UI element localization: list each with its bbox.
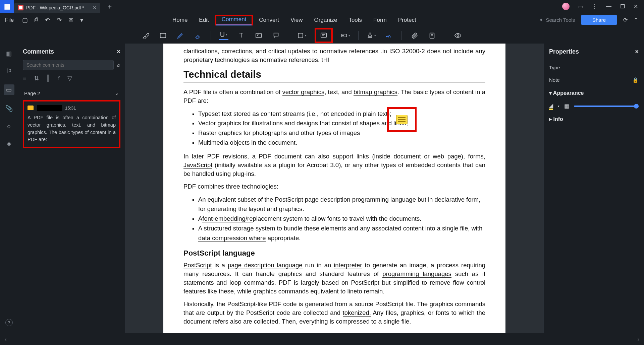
opacity-slider[interactable] bbox=[574, 106, 639, 107]
search-comments-input[interactable] bbox=[23, 60, 114, 70]
heading-technical: Technical details bbox=[183, 69, 485, 80]
stamp-tool-icon[interactable] bbox=[341, 31, 350, 40]
area-highlight-icon[interactable] bbox=[158, 31, 168, 40]
comments-panel: Comments × ⌕ ≡ ⇅ ║ ⟟ ▽ Page 2 ⌄ 15:31 A … bbox=[18, 44, 125, 333]
note-annotation[interactable] bbox=[387, 107, 417, 132]
layers-rail-icon[interactable]: ◈ bbox=[5, 139, 13, 147]
redo-icon[interactable]: ↷ bbox=[57, 16, 62, 24]
menu-tools[interactable]: Tools bbox=[343, 15, 367, 25]
shape-tool-icon[interactable] bbox=[297, 31, 307, 40]
collapse-right-icon[interactable]: › bbox=[638, 336, 639, 342]
stamp2-tool-icon[interactable] bbox=[367, 31, 376, 40]
list-item: Raster graphics for photographs and othe… bbox=[192, 128, 485, 138]
sort-icon[interactable]: ≡ bbox=[23, 75, 26, 82]
thumbnails-icon[interactable]: ▥ bbox=[5, 50, 13, 58]
note-label: Note bbox=[549, 77, 560, 83]
nav-strip: ‹ › bbox=[0, 333, 644, 345]
search-icon[interactable]: ⌕ bbox=[117, 62, 120, 68]
undo-icon[interactable]: ↶ bbox=[45, 16, 50, 24]
help-icon[interactable]: ? bbox=[5, 319, 13, 326]
share-button[interactable]: Share bbox=[581, 15, 617, 25]
pencil-tool-icon[interactable] bbox=[176, 31, 185, 40]
svg-rect-2 bbox=[274, 33, 278, 36]
eraser-tool-icon[interactable] bbox=[193, 31, 203, 40]
menu-organize[interactable]: Organize bbox=[309, 15, 342, 25]
menu-home[interactable]: Home bbox=[167, 15, 193, 25]
bookmarks-icon[interactable]: ⚐ bbox=[5, 67, 13, 75]
list-item: An equivalent subset of the PostScript p… bbox=[192, 195, 485, 214]
lock-icon[interactable]: 🔒 bbox=[632, 77, 639, 83]
svg-point-6 bbox=[342, 35, 343, 36]
info-section[interactable]: ▸ Info bbox=[549, 113, 639, 126]
menu-form[interactable]: Form bbox=[368, 15, 392, 25]
opacity-icon[interactable]: ▦ bbox=[564, 103, 569, 109]
close-panel-icon[interactable]: × bbox=[117, 48, 120, 55]
attachments-rail-icon[interactable]: 📎 bbox=[5, 105, 13, 113]
menu-view[interactable]: View bbox=[285, 15, 308, 25]
filter3-icon[interactable]: ⟟ bbox=[58, 75, 60, 82]
comments-page-header[interactable]: Page 2 ⌄ bbox=[23, 88, 120, 98]
svg-rect-3 bbox=[298, 33, 303, 38]
filter1-icon[interactable]: ⇅ bbox=[34, 75, 39, 82]
bulb-icon: ✦ bbox=[539, 17, 543, 23]
svg-rect-0 bbox=[160, 33, 166, 38]
document-tab[interactable]: PDF - Wikipedia_OCR.pdf * × bbox=[14, 3, 100, 13]
pdf-page: clarifications, corrections, and critica… bbox=[163, 44, 505, 333]
qat-more-icon[interactable]: ▾ bbox=[80, 16, 83, 24]
comment-card[interactable]: 15:31 A PDF file is often a combination … bbox=[23, 100, 120, 148]
close-window-button[interactable]: ✕ bbox=[634, 3, 638, 10]
list-item: Typeset text stored as content streams (… bbox=[192, 109, 485, 119]
doc-text: In later PDF revisions, a PDF document c… bbox=[183, 152, 485, 178]
chat-icon[interactable]: ▭ bbox=[578, 3, 583, 10]
left-rail: ▥ ⚐ ▭ 📎 ⌕ ◈ ? bbox=[0, 44, 18, 333]
doc-text: PDF combines three technologies: bbox=[183, 182, 485, 191]
text-tool-icon[interactable]: T bbox=[236, 31, 246, 40]
tab-title: PDF - Wikipedia_OCR.pdf * bbox=[26, 5, 84, 10]
search-tools-label: Search Tools bbox=[546, 17, 575, 23]
document-canvas[interactable]: clarifications, corrections, and critica… bbox=[125, 44, 543, 333]
user-avatar[interactable] bbox=[562, 3, 570, 10]
note-tool-icon[interactable] bbox=[319, 31, 328, 40]
search-tools[interactable]: ✦ Search Tools bbox=[539, 17, 575, 23]
hide-comments-icon[interactable] bbox=[453, 31, 463, 40]
menu-convert[interactable]: Convert bbox=[254, 15, 284, 25]
highlight-tool-icon[interactable] bbox=[141, 31, 150, 40]
list-item: Afont-embedding/replacement system to al… bbox=[192, 214, 485, 224]
list-item: Multimedia objects in the document. bbox=[192, 138, 485, 148]
menu-comment[interactable]: Comment bbox=[216, 14, 252, 25]
comment-body: A PDF file is often a combination of vec… bbox=[28, 114, 116, 143]
funnel-icon[interactable]: ▽ bbox=[67, 75, 72, 82]
comments-title: Comments bbox=[23, 48, 54, 55]
callout-tool-icon[interactable] bbox=[271, 31, 281, 40]
doc-text: PostScript is a page description languag… bbox=[183, 261, 485, 296]
expand-icon[interactable]: ⌃ bbox=[634, 17, 638, 23]
close-properties-icon[interactable]: × bbox=[635, 48, 639, 55]
menu-file[interactable]: File bbox=[0, 17, 19, 23]
maximize-button[interactable]: ❐ bbox=[620, 3, 625, 10]
menu-edit[interactable]: Edit bbox=[194, 15, 214, 25]
comments-rail-icon[interactable]: ▭ bbox=[4, 84, 14, 95]
appearance-section[interactable]: ▾ Appearance bbox=[549, 86, 639, 99]
list-item: Vector graphics for illustrations and de… bbox=[192, 119, 485, 128]
signature-tool-icon[interactable] bbox=[384, 31, 393, 40]
properties-panel: Properties × Type Note🔒 ▾ Appearance ◢ ▾… bbox=[543, 44, 644, 333]
save-icon[interactable]: ▢ bbox=[22, 16, 28, 24]
kebab-icon[interactable]: ⋮ bbox=[592, 3, 597, 10]
sync-icon[interactable]: ⟳ bbox=[623, 17, 628, 23]
textbox-tool-icon[interactable] bbox=[254, 31, 263, 40]
mail-icon[interactable]: ✉ bbox=[68, 16, 73, 24]
filter2-icon[interactable]: ║ bbox=[46, 75, 51, 82]
minimize-button[interactable]: — bbox=[606, 3, 611, 9]
fill-color-icon[interactable]: ◢ bbox=[549, 102, 553, 110]
close-tab-icon[interactable]: × bbox=[93, 4, 97, 11]
menu-protect[interactable]: Protect bbox=[393, 15, 422, 25]
new-tab-button[interactable]: ＋ bbox=[106, 2, 113, 11]
search-rail-icon[interactable]: ⌕ bbox=[5, 122, 13, 130]
svg-point-8 bbox=[457, 34, 459, 37]
title-bar: ▤ PDF - Wikipedia_OCR.pdf * × ＋ ▭ ⋮ — ❐ … bbox=[0, 0, 644, 13]
attachment-tool-icon[interactable] bbox=[410, 31, 419, 40]
print-icon[interactable]: ⎙ bbox=[35, 16, 38, 24]
clipboard-tool-icon[interactable] bbox=[427, 31, 437, 40]
collapse-left-icon[interactable]: ‹ bbox=[5, 336, 6, 342]
underline-tool-icon[interactable]: U bbox=[219, 31, 228, 40]
